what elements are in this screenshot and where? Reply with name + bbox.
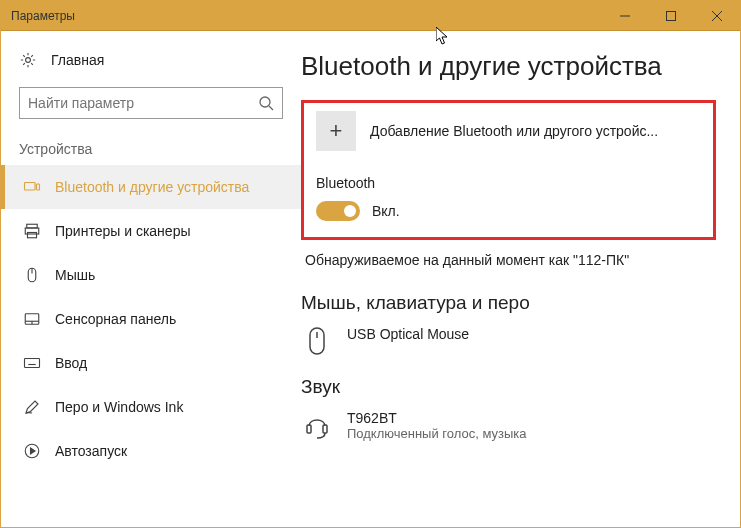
section-label: Устройства (1, 141, 301, 157)
svg-point-4 (26, 58, 31, 63)
highlight-box: + Добавление Bluetooth или другого устро… (301, 100, 716, 240)
svg-point-5 (260, 97, 270, 107)
nav-label: Принтеры и сканеры (55, 223, 190, 239)
minimize-button[interactable] (602, 1, 648, 31)
group-mouse-heading: Мышь, клавиатура и перо (301, 292, 716, 314)
maximize-button[interactable] (648, 1, 694, 31)
nav-list: Bluetooth и другие устройства Принтеры и… (1, 165, 301, 473)
nav-autoplay[interactable]: Автозапуск (1, 429, 301, 473)
autoplay-icon (23, 442, 41, 460)
keyboard-icon (23, 354, 41, 372)
gear-icon (19, 51, 37, 69)
group-audio-heading: Звук (301, 376, 716, 398)
svg-rect-8 (37, 184, 40, 190)
plus-icon: + (316, 111, 356, 151)
search-input[interactable] (19, 87, 283, 119)
home-button[interactable]: Главная (1, 51, 301, 69)
printer-icon (23, 222, 41, 240)
mouse-icon (23, 266, 41, 284)
svg-line-6 (269, 106, 273, 110)
toggle-label: Вкл. (372, 203, 400, 219)
main-content: Bluetooth и другие устройства + Добавлен… (301, 31, 740, 527)
nav-label: Сенсорная панель (55, 311, 176, 327)
discoverable-text: Обнаруживаемое на данный момент как "112… (305, 252, 716, 268)
svg-rect-1 (667, 11, 676, 20)
bluetooth-toggle-row: Вкл. (316, 201, 701, 221)
nav-label: Ввод (55, 355, 87, 371)
svg-rect-17 (25, 359, 40, 368)
svg-rect-11 (28, 233, 37, 238)
headset-icon (305, 410, 329, 442)
close-button[interactable] (694, 1, 740, 31)
sidebar: Главная Устройства Bluetooth и другие ус… (1, 31, 301, 527)
touchpad-icon (23, 310, 41, 328)
device-mouse[interactable]: USB Optical Mouse (301, 326, 716, 358)
bluetooth-toggle[interactable] (316, 201, 360, 221)
search-field[interactable] (28, 95, 258, 111)
device-name: T962BT (347, 410, 527, 426)
nav-printers[interactable]: Принтеры и сканеры (1, 209, 301, 253)
device-status: Подключенный голос, музыка (347, 426, 527, 441)
nav-pen[interactable]: Перо и Windows Ink (1, 385, 301, 429)
svg-rect-7 (25, 183, 36, 191)
svg-rect-27 (323, 425, 327, 433)
device-audio[interactable]: T962BT Подключенный голос, музыка (301, 410, 716, 442)
svg-rect-26 (307, 425, 311, 433)
nav-touchpad[interactable]: Сенсорная панель (1, 297, 301, 341)
bluetooth-heading: Bluetooth (316, 175, 701, 191)
nav-typing[interactable]: Ввод (1, 341, 301, 385)
nav-mouse[interactable]: Мышь (1, 253, 301, 297)
page-title: Bluetooth и другие устройства (301, 51, 716, 82)
search-icon (258, 95, 274, 111)
nav-label: Bluetooth и другие устройства (55, 179, 249, 195)
add-device-label: Добавление Bluetooth или другого устройс… (370, 123, 658, 139)
home-label: Главная (51, 52, 104, 68)
title-bar: Параметры (1, 1, 740, 31)
nav-label: Автозапуск (55, 443, 127, 459)
svg-rect-24 (310, 328, 324, 354)
pen-icon (23, 398, 41, 416)
mouse-icon (305, 326, 329, 358)
toggle-knob (344, 205, 356, 217)
nav-bluetooth[interactable]: Bluetooth и другие устройства (1, 165, 301, 209)
nav-label: Мышь (55, 267, 95, 283)
devices-icon (23, 178, 41, 196)
nav-label: Перо и Windows Ink (55, 399, 183, 415)
add-device-button[interactable]: + Добавление Bluetooth или другого устро… (316, 111, 701, 151)
window-title: Параметры (11, 9, 602, 23)
device-name: USB Optical Mouse (347, 326, 469, 342)
window-buttons (602, 1, 740, 31)
